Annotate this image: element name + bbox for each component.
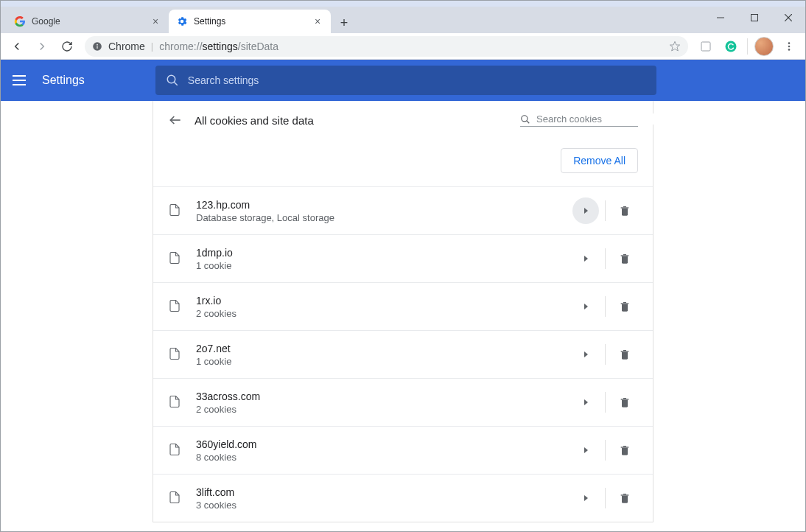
row-actions — [572, 389, 638, 416]
svg-rect-6 — [97, 46, 97, 48]
site-row[interactable]: 2o7.net 1 cookie — [153, 330, 653, 378]
divider — [605, 488, 606, 508]
divider — [605, 200, 606, 221]
delete-button[interactable] — [611, 437, 638, 463]
row-actions — [572, 197, 638, 224]
settings-title: Settings — [42, 74, 85, 87]
gear-icon — [176, 15, 188, 27]
site-desc: 1 cookie — [196, 356, 559, 367]
reload-button[interactable] — [55, 35, 79, 58]
search-icon — [520, 114, 530, 125]
back-arrow-icon[interactable] — [168, 113, 183, 127]
divider — [605, 392, 606, 413]
address-bar[interactable]: Chrome | chrome://settings/siteData — [85, 36, 688, 57]
divider — [605, 296, 606, 317]
cookie-search-input[interactable] — [536, 113, 660, 125]
divider — [605, 248, 606, 269]
secure-label: Chrome — [108, 41, 145, 52]
site-row[interactable]: 360yield.com 8 cookies — [153, 426, 653, 474]
file-icon — [168, 299, 183, 314]
back-button[interactable] — [5, 35, 29, 58]
site-name: 123.hp.com — [196, 199, 559, 211]
site-name: 1rx.io — [196, 295, 559, 307]
delete-button[interactable] — [611, 245, 638, 272]
forward-button[interactable] — [30, 35, 54, 58]
maximize-button[interactable] — [737, 7, 771, 29]
settings-search[interactable] — [155, 66, 656, 95]
panel-title: All cookies and site data — [195, 114, 314, 127]
divider — [605, 440, 606, 461]
site-desc: 3 cookies — [196, 500, 559, 511]
svg-point-16 — [522, 115, 528, 121]
file-icon — [168, 395, 183, 410]
svg-line-14 — [174, 82, 178, 85]
site-desc: 2 cookies — [196, 404, 559, 415]
site-info: 1rx.io 2 cookies — [196, 295, 559, 319]
remove-all-button[interactable]: Remove All — [561, 148, 638, 173]
delete-button[interactable] — [611, 293, 638, 320]
svg-point-13 — [167, 75, 175, 83]
cookie-search[interactable] — [520, 113, 638, 127]
expand-button[interactable] — [572, 245, 599, 272]
remove-all-row: Remove All — [153, 139, 653, 186]
tab-google[interactable]: Google × — [7, 10, 169, 33]
site-row[interactable]: 123.hp.com Database storage, Local stora… — [153, 186, 653, 234]
menu-button[interactable] — [777, 35, 801, 58]
file-icon — [168, 491, 183, 505]
expand-button[interactable] — [572, 197, 599, 224]
close-icon[interactable]: × — [312, 15, 323, 27]
site-row[interactable]: 1rx.io 2 cookies — [153, 282, 653, 330]
site-info: 3lift.com 3 cookies — [196, 486, 559, 511]
site-info: 1dmp.io 1 cookie — [196, 247, 559, 271]
expand-button[interactable] — [572, 389, 599, 416]
file-icon — [168, 203, 183, 218]
delete-button[interactable] — [611, 389, 638, 416]
menu-icon[interactable] — [13, 71, 30, 89]
svg-marker-23 — [584, 447, 588, 453]
delete-button[interactable] — [611, 485, 638, 511]
content-area[interactable]: All cookies and site data Remove All 123… — [1, 101, 805, 532]
site-info-icon[interactable] — [92, 41, 102, 52]
svg-point-5 — [97, 43, 98, 45]
tab-label: Google — [32, 16, 144, 27]
expand-button[interactable] — [572, 293, 599, 320]
svg-marker-7 — [670, 41, 679, 51]
window-controls — [704, 7, 805, 29]
site-info: 123.hp.com Database storage, Local stora… — [196, 199, 559, 223]
site-row[interactable]: 3lift.com 3 cookies — [153, 474, 653, 522]
site-info: 33across.com 2 cookies — [196, 391, 559, 415]
minimize-button[interactable] — [704, 7, 737, 29]
site-desc: 2 cookies — [196, 308, 559, 319]
tab-settings[interactable]: Settings × — [169, 10, 331, 33]
profile-avatar[interactable] — [752, 35, 776, 58]
site-row[interactable]: 33across.com 2 cookies — [153, 378, 653, 426]
site-name: 360yield.com — [196, 438, 559, 450]
tab-strip: Google × Settings × + — [1, 7, 805, 33]
settings-header: Settings — [1, 60, 805, 101]
file-icon — [168, 347, 183, 362]
extension-grammarly-icon[interactable] — [719, 35, 743, 58]
browser-toolbar: Chrome | chrome://settings/siteData — [1, 33, 805, 60]
expand-button[interactable] — [572, 341, 599, 368]
close-icon[interactable]: × — [150, 15, 161, 27]
window-titlebar — [1, 1, 805, 7]
new-tab-button[interactable]: + — [334, 13, 354, 33]
site-row[interactable]: 1dmp.io 1 cookie — [153, 234, 653, 282]
delete-button[interactable] — [611, 341, 638, 368]
site-info: 2o7.net 1 cookie — [196, 343, 559, 367]
bookmark-icon[interactable] — [669, 41, 681, 52]
row-actions — [572, 245, 638, 272]
search-icon — [166, 74, 179, 87]
close-window-button[interactable] — [771, 7, 805, 29]
expand-button[interactable] — [572, 437, 599, 463]
site-name: 3lift.com — [196, 486, 559, 498]
delete-button[interactable] — [611, 197, 638, 224]
svg-marker-22 — [584, 399, 588, 405]
settings-search-input[interactable] — [188, 74, 646, 86]
extension-pocket-icon[interactable] — [694, 35, 718, 58]
expand-button[interactable] — [572, 485, 599, 511]
site-name: 33across.com — [196, 391, 559, 402]
google-favicon-icon — [14, 15, 26, 27]
row-actions — [572, 293, 638, 320]
url-text: chrome://settings/siteData — [159, 41, 663, 52]
